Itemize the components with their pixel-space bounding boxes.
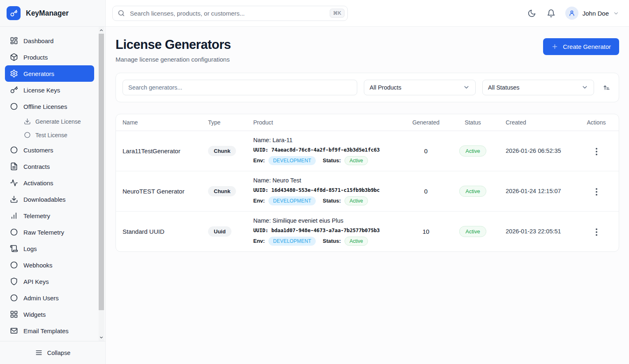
gear-icon (10, 69, 18, 78)
sidebar-item-api-keys[interactable]: API Keys (5, 273, 94, 290)
sidebar-item-label: Widgets (23, 311, 46, 318)
row-actions-menu[interactable] (593, 186, 600, 198)
global-search[interactable]: ⌘K (112, 6, 348, 21)
sidebar-item-label: Products (23, 54, 48, 61)
main-area: ⌘K John Doe License Generators Manage li… (106, 0, 629, 364)
sort-button[interactable] (601, 82, 612, 93)
collapse-button[interactable]: Collapse (0, 341, 105, 364)
status-badge: Active (459, 145, 486, 157)
created-timestamp: 2026-01-26 06:52:35 (499, 141, 574, 161)
sidebar-item-dashboard[interactable]: Dashboard (5, 32, 94, 49)
row-actions-menu[interactable] (593, 226, 600, 238)
sidebar-item-label: Raw Telemetry (23, 229, 64, 236)
sidebar-item-label: Activations (23, 180, 53, 187)
page-content: License Generators Manage license genera… (106, 27, 629, 364)
sidebar-item-label: Email Templates (23, 327, 69, 334)
env-label: Env: (253, 157, 265, 164)
global-search-input[interactable] (129, 9, 326, 17)
sidebar-item-label: Logs (23, 245, 37, 252)
generators-table: Name Type Product Generated Status Creat… (116, 114, 619, 252)
column-header-generated: Generated (405, 114, 446, 131)
user-menu[interactable]: John Doe (565, 7, 619, 20)
avatar (565, 7, 578, 20)
table-row: NeuroTEST Generator Chunk Name: Neuro Te… (116, 171, 619, 212)
status-label: Status: (323, 238, 341, 244)
env-label: Env: (253, 198, 265, 204)
generated-count: 0 (405, 181, 446, 201)
env-badge: DEVELOPMENT (268, 237, 316, 246)
chevron-down-icon (613, 10, 619, 16)
product-name: Name: Lara-11 (253, 137, 399, 143)
sidebar-item-telemetry[interactable]: Telemetry (5, 207, 94, 224)
product-status-badge: Active (345, 237, 368, 246)
activity-icon (10, 179, 18, 187)
generated-count: 10 (405, 221, 446, 242)
row-actions-menu[interactable] (593, 145, 600, 158)
product-meta: Env: DEVELOPMENT Status: Active (253, 237, 399, 246)
file-text-icon (10, 162, 18, 170)
shield-icon (10, 277, 18, 286)
status-badge: Active (459, 226, 486, 237)
moon-icon (527, 9, 536, 18)
column-header-type: Type (201, 114, 247, 131)
key-icon (10, 9, 18, 17)
circle-icon (10, 261, 18, 269)
sidebar-item-email-templates[interactable]: Email Templates (5, 323, 94, 339)
sidebar-item-admin-users[interactable]: Admin Users (5, 290, 94, 306)
status-filter-select[interactable]: All Statuses (482, 80, 594, 95)
product-filter-select[interactable]: All Products (364, 80, 476, 95)
plus-icon (551, 43, 558, 50)
sidebar-item-contracts[interactable]: Contracts (5, 158, 94, 175)
product-meta: Env: DEVELOPMENT Status: Active (253, 156, 399, 165)
generator-search-input[interactable] (123, 80, 357, 95)
sidebar-item-test-license[interactable]: Test License (19, 128, 94, 142)
sidebar-item-label: Test License (35, 132, 67, 138)
dark-mode-toggle[interactable] (527, 8, 537, 18)
sidebar-item-downloadables[interactable]: Downloadables (5, 191, 94, 207)
status-label: Status: (323, 198, 341, 204)
bar-chart-icon (10, 212, 18, 220)
filter-bar: All Products All Statuses (116, 73, 619, 102)
scroll-up-icon[interactable] (99, 27, 104, 33)
sidebar-item-products[interactable]: Products (5, 49, 94, 65)
circle-icon (10, 102, 18, 111)
sidebar-item-webhooks[interactable]: Webhooks (5, 257, 94, 273)
sidebar-item-customers[interactable]: Customers (5, 142, 94, 158)
product-name: Name: Similique eveniet eius Plus (253, 217, 399, 224)
menu-icon (35, 349, 43, 357)
sidebar-item-generators[interactable]: Generators (5, 65, 94, 82)
sidebar-scrollbar-thumb[interactable] (99, 34, 104, 310)
search-shortcut-badge: ⌘K (330, 9, 345, 18)
sidebar-item-offline-licenses[interactable]: Offline Licenses (5, 98, 94, 115)
chevron-down-icon (463, 84, 470, 91)
table-row: Lara11TestGenerator Chunk Name: Lara-11 … (116, 131, 619, 171)
column-header-product: Product (247, 114, 405, 131)
mail-icon (10, 327, 18, 335)
sidebar-item-logs[interactable]: Logs (5, 240, 94, 257)
topbar-right: John Doe (527, 7, 619, 20)
type-badge: Uuid (208, 226, 231, 237)
sidebar-item-label: Telemetry (23, 212, 50, 219)
status-label: Status: (323, 157, 341, 164)
sidebar-item-label: Generators (23, 70, 54, 77)
create-generator-button[interactable]: Create Generator (543, 38, 619, 55)
sidebar-item-label: API Keys (23, 278, 49, 285)
status-badge: Active (459, 186, 486, 197)
sidebar-item-widgets[interactable]: Widgets (5, 306, 94, 323)
user-icon (568, 9, 576, 17)
sidebar-item-raw-telemetry[interactable]: Raw Telemetry (5, 224, 94, 240)
table-row: Standard UUID Uuid Name: Similique eveni… (116, 212, 619, 251)
sidebar-item-activations[interactable]: Activations (5, 175, 94, 191)
circle-icon (10, 294, 18, 302)
package-icon (10, 53, 18, 61)
sidebar-item-generate-license[interactable]: Generate License (19, 115, 94, 128)
sidebar-item-label: Customers (23, 147, 53, 154)
search-icon (118, 9, 125, 17)
notifications-button[interactable] (546, 8, 556, 18)
sidebar-item-license-keys[interactable]: License Keys (5, 82, 94, 98)
column-header-status: Status (446, 114, 499, 131)
scroll-down-icon[interactable] (99, 334, 104, 341)
created-timestamp: 2026-01-24 12:15:07 (499, 181, 574, 201)
env-badge: DEVELOPMENT (268, 156, 316, 165)
status-filter-value: All Statuses (488, 84, 520, 91)
